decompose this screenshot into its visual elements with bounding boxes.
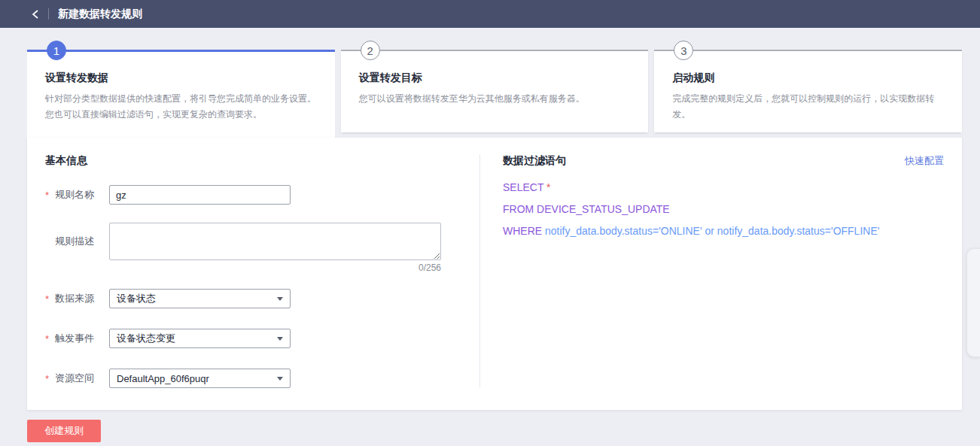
- step-2-description: 您可以设置将数据转发至华为云其他服务或私有服务器。: [359, 91, 631, 107]
- step-1-description: 针对部分类型数据提供的快速配置，将引导您完成简单的业务设置。您也可以直接编辑过滤…: [45, 91, 317, 123]
- step-3-description: 完成完整的规则定义后，您就可以控制规则的运行，以实现数据转发。: [672, 91, 944, 123]
- rule-name-label-text: 规则名称: [55, 188, 94, 202]
- scrollbar-thumb[interactable]: [966, 248, 980, 357]
- trigger-event-label-text: 触发事件: [55, 332, 94, 345]
- resource-space-value: DefaultApp_60f6puqr: [117, 373, 209, 384]
- wizard-step-3: 3 启动规则 完成完整的规则定义后，您就可以控制规则的运行，以实现数据转发。: [654, 41, 962, 138]
- panel-divider: [479, 154, 480, 387]
- sql-select-line: SELECT *: [503, 181, 879, 194]
- rule-name-row: * 规则名称: [45, 185, 291, 205]
- resource-space-row: * 资源空间 DefaultApp_60f6puqr: [45, 369, 291, 388]
- basic-info-section-title: 基本信息: [45, 154, 87, 168]
- header-divider: [48, 8, 49, 20]
- data-source-value: 设备状态: [117, 292, 156, 305]
- sql-select-arg: *: [546, 181, 550, 193]
- trigger-event-label: * 触发事件: [45, 332, 109, 345]
- resource-space-select[interactable]: DefaultApp_60f6puqr: [109, 369, 291, 388]
- top-header: 新建数据转发规则: [0, 0, 980, 28]
- resource-space-label-text: 资源空间: [55, 372, 94, 385]
- required-asterisk: *: [45, 373, 55, 384]
- wizard-step-2: 2 设置转发目标 您可以设置将数据转发至华为云其他服务或私有服务器。: [341, 41, 649, 138]
- required-asterisk: *: [45, 293, 55, 305]
- rule-description-textarea[interactable]: [109, 223, 441, 260]
- filter-statement-title: 数据过滤语句: [503, 154, 566, 168]
- step-3-title: 启动规则: [672, 71, 944, 85]
- step-1-progress-line: [27, 50, 335, 52]
- wizard-step-1: 1 设置转发数据 针对部分类型数据提供的快速配置，将引导您完成简单的业务设置。您…: [27, 41, 335, 138]
- step-1-card: 设置转发数据 针对部分类型数据提供的快速配置，将引导您完成简单的业务设置。您也可…: [27, 50, 335, 138]
- sql-from-arg: DEVICE_STATUS_UPDATE: [537, 203, 670, 215]
- sql-where-line: WHERE notify_data.body.status='ONLINE' o…: [503, 225, 879, 238]
- chevron-down-icon: [277, 297, 283, 301]
- step-2-title: 设置转发目标: [359, 71, 631, 85]
- trigger-event-select[interactable]: 设备状态变更: [109, 329, 291, 348]
- sql-preview: SELECT * FROM DEVICE_STATUS_UPDATE WHERE…: [503, 181, 879, 247]
- step-2-number-badge: 2: [361, 41, 380, 60]
- sql-from-keyword: FROM: [503, 203, 534, 215]
- rule-description-row: 规则描述: [45, 223, 441, 260]
- sql-where-keyword: WHERE: [503, 225, 542, 237]
- quick-config-link[interactable]: 快速配置: [905, 154, 944, 168]
- trigger-event-value: 设备状态变更: [117, 332, 175, 345]
- wizard-steps: 1 设置转发数据 针对部分类型数据提供的快速配置，将引导您完成简单的业务设置。您…: [27, 41, 962, 138]
- data-source-label-text: 数据来源: [55, 292, 94, 305]
- step-2-card: 设置转发目标 您可以设置将数据转发至华为云其他服务或私有服务器。: [341, 50, 649, 132]
- chevron-down-icon: [277, 337, 283, 341]
- data-source-label: * 数据来源: [45, 292, 109, 305]
- step-1-number-badge: 1: [47, 41, 66, 60]
- create-rule-button[interactable]: 创建规则: [27, 420, 101, 442]
- rule-config-panel: 基本信息 * 规则名称 规则描述 0/256 * 数据来源 设备状态 * 触发事…: [27, 138, 962, 410]
- rule-name-label: * 规则名称: [45, 188, 109, 202]
- step-3-progress-line: [654, 50, 962, 51]
- chevron-down-icon: [277, 377, 283, 381]
- char-counter: 0/256: [109, 262, 441, 273]
- data-source-select[interactable]: 设备状态: [109, 289, 291, 308]
- rule-description-label-text: 规则描述: [55, 235, 94, 248]
- rule-name-input[interactable]: [109, 185, 291, 205]
- required-asterisk: *: [45, 190, 55, 201]
- data-source-row: * 数据来源 设备状态: [45, 289, 291, 308]
- trigger-event-row: * 触发事件 设备状态变更: [45, 329, 291, 348]
- back-icon[interactable]: [27, 6, 44, 23]
- required-asterisk: *: [45, 333, 55, 344]
- sql-select-keyword: SELECT: [503, 181, 543, 193]
- page-title: 新建数据转发规则: [58, 8, 142, 21]
- rule-description-label: 规则描述: [45, 235, 109, 248]
- sql-from-line: FROM DEVICE_STATUS_UPDATE: [503, 203, 879, 216]
- sql-where-arg: notify_data.body.status='ONLINE' or noti…: [545, 225, 879, 237]
- step-2-progress-line: [341, 50, 649, 51]
- step-1-title: 设置转发数据: [45, 71, 317, 85]
- resource-space-label: * 资源空间: [45, 372, 109, 385]
- step-3-card: 启动规则 完成完整的规则定义后，您就可以控制规则的运行，以实现数据转发。: [654, 50, 962, 132]
